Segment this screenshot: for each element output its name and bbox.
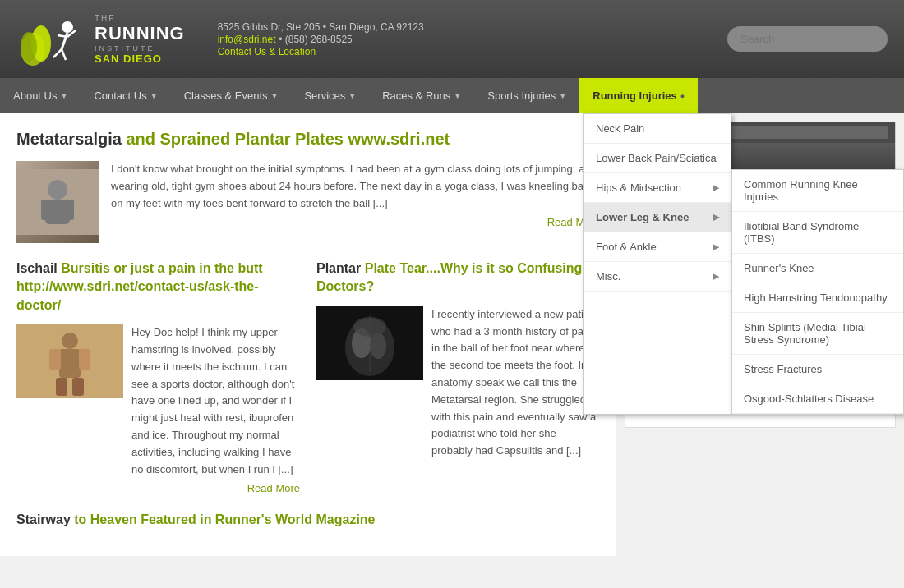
dropdown-menu-primary: Neck Pain Lower Back Pain/Sciatica Hips … <box>583 113 731 415</box>
sub-itbs[interactable]: Iliotibial Band Syndrome (ITBS) <box>732 212 903 254</box>
article-right-content: I recently interviewed a new patient who… <box>316 306 600 460</box>
sub-osgood[interactable]: Osgood-Schlatters Disease <box>732 384 903 414</box>
svg-point-2 <box>21 32 37 62</box>
person-svg <box>16 169 99 235</box>
svg-rect-19 <box>56 378 67 396</box>
person-running-svg <box>16 324 123 398</box>
article-right-title: Plantar Plate Tear....Why is it so Confu… <box>316 260 600 296</box>
phone-text: • (858) 268-8525 <box>279 34 353 45</box>
logo-icon <box>16 12 90 66</box>
lower-leg-arrow-icon: ▶ <box>713 212 719 223</box>
nav-sports-arrow: ▼ <box>559 92 566 100</box>
nav-classes-events[interactable]: Classes & Events ▼ <box>171 78 292 113</box>
article-right-inner: I recently interviewed a new patient who… <box>316 306 600 460</box>
dropdown-misc[interactable]: Misc. ▶ <box>584 262 731 292</box>
main-read-more[interactable]: Read More <box>111 216 600 228</box>
main-article-body: I don't know what brought on the initial… <box>111 161 600 212</box>
main-title-colored: and Sprained Plantar Plates www.sdri.net <box>126 130 450 148</box>
dropdown-lower-leg[interactable]: Lower Leg & Knee ▶ <box>584 203 731 232</box>
svg-line-6 <box>62 49 66 60</box>
xray-svg <box>316 306 423 380</box>
logo-sandiego-text: SAN DIEGO <box>95 53 185 65</box>
nav-contact-arrow: ▼ <box>150 92 158 100</box>
article-left-content: Hey Doc help! I think my upper hamstring… <box>16 324 300 494</box>
search-input[interactable] <box>727 26 888 52</box>
main-article-title: Metatarsalgia and Sprained Plantar Plate… <box>16 130 600 149</box>
svg-rect-12 <box>41 200 51 220</box>
address-text: 8525 Gibbs Dr, Ste 205 • San Diego, CA 9… <box>218 21 424 33</box>
svg-rect-18 <box>79 349 90 370</box>
logo-text: THE RUNNING INSTITUTE SAN DIEGO <box>95 14 185 65</box>
nav-about-us[interactable]: About Us ▼ <box>0 78 81 113</box>
sub-shin-splints[interactable]: Shin Splints (Medial Tibial Stress Syndr… <box>732 313 903 355</box>
foot-arrow-icon: ▶ <box>713 241 719 252</box>
contact-location-link[interactable]: Contact Us & Location <box>218 46 316 57</box>
email-link[interactable]: info@sdri.net <box>218 34 276 45</box>
svg-point-15 <box>62 333 78 349</box>
nav-bar: About Us ▼ Contact Us ▼ Classes & Events… <box>0 78 904 113</box>
svg-point-3 <box>62 21 73 33</box>
article-right: Plantar Plate Tear....Why is it so Confu… <box>316 260 600 494</box>
article-bottom: Stairway to Heaven Featured in Runner's … <box>16 511 600 529</box>
main-article-text: I don't know what brought on the initial… <box>111 161 600 243</box>
logo-the-text: THE <box>95 14 185 23</box>
article-bottom-title: Stairway to Heaven Featured in Runner's … <box>16 511 600 529</box>
site-header: THE RUNNING INSTITUTE SAN DIEGO 8525 Gib… <box>0 0 904 78</box>
nav-running-injuries[interactable]: Running Injuries ● <box>579 78 698 113</box>
svg-point-10 <box>48 180 67 200</box>
dropdown-menu-secondary: Common Running Knee Injuries Iliotibial … <box>731 169 904 415</box>
article-left: Ischail Bursitis or just a pain in the b… <box>16 260 300 494</box>
svg-point-26 <box>353 317 386 337</box>
content-left: Metatarsalgia and Sprained Plantar Plate… <box>0 113 616 556</box>
article-left-body: Hey Doc help! I think my upper hamstring… <box>131 324 300 494</box>
sub-common-knee[interactable]: Common Running Knee Injuries <box>732 170 903 212</box>
article-left-read-more[interactable]: Read More <box>131 482 300 494</box>
nav-sports-injuries[interactable]: Sports Injuries ▼ <box>474 78 579 113</box>
article-left-image <box>16 324 123 494</box>
nav-contact-us[interactable]: Contact Us ▼ <box>81 78 170 113</box>
two-col-articles: Ischail Bursitis or just a pain in the b… <box>16 260 600 494</box>
svg-line-5 <box>53 49 62 57</box>
svg-rect-16 <box>59 349 81 378</box>
nav-services-arrow: ▼ <box>348 92 356 100</box>
svg-rect-13 <box>64 200 74 220</box>
main-article-intro: I don't know what brought on the initial… <box>16 161 600 243</box>
dropdown-lower-back[interactable]: Lower Back Pain/Sciatica <box>584 144 731 173</box>
nav-about-arrow: ▼ <box>60 92 67 100</box>
nav-races-runs[interactable]: Races & Runs ▼ <box>369 78 474 113</box>
logo-area: THE RUNNING INSTITUTE SAN DIEGO <box>16 12 185 66</box>
article-right-body: I recently interviewed a new patient who… <box>431 306 600 460</box>
logo-running-text: RUNNING <box>95 23 185 44</box>
running-injuries-dropdown: Neck Pain Lower Back Pain/Sciatica Hips … <box>583 113 904 415</box>
nav-classes-arrow: ▼ <box>271 92 279 100</box>
email-phone-row: info@sdri.net • (858) 268-8525 <box>218 33 424 45</box>
nav-races-arrow: ▼ <box>454 92 461 100</box>
main-article-image <box>16 161 99 243</box>
header-search-area <box>727 26 888 52</box>
header-contact: 8525 Gibbs Dr, Ste 205 • San Diego, CA 9… <box>218 21 424 57</box>
article-left-title: Ischail Bursitis or just a pain in the b… <box>16 260 300 315</box>
logo-institute-text: INSTITUTE <box>95 44 185 53</box>
xray-image <box>316 306 423 460</box>
sub-hamstring[interactable]: High Hamstring Tendonopathy <box>732 283 903 313</box>
dropdown-hips[interactable]: Hips & Midsection ▶ <box>584 173 731 203</box>
sub-stress-fractures[interactable]: Stress Fractures <box>732 355 903 384</box>
dropdown-neck-pain[interactable]: Neck Pain <box>584 114 731 144</box>
nav-services[interactable]: Services ▼ <box>291 78 369 113</box>
svg-rect-20 <box>72 378 84 396</box>
dropdown-foot-ankle[interactable]: Foot & Ankle ▶ <box>584 232 731 262</box>
main-title-plain: Metatarsalgia <box>16 130 122 148</box>
svg-rect-17 <box>49 349 61 370</box>
hips-arrow-icon: ▶ <box>713 182 719 193</box>
misc-arrow-icon: ▶ <box>713 271 719 282</box>
sub-runners-knee[interactable]: Runner's Knee <box>732 254 903 283</box>
nav-running-arrow: ● <box>680 92 685 100</box>
